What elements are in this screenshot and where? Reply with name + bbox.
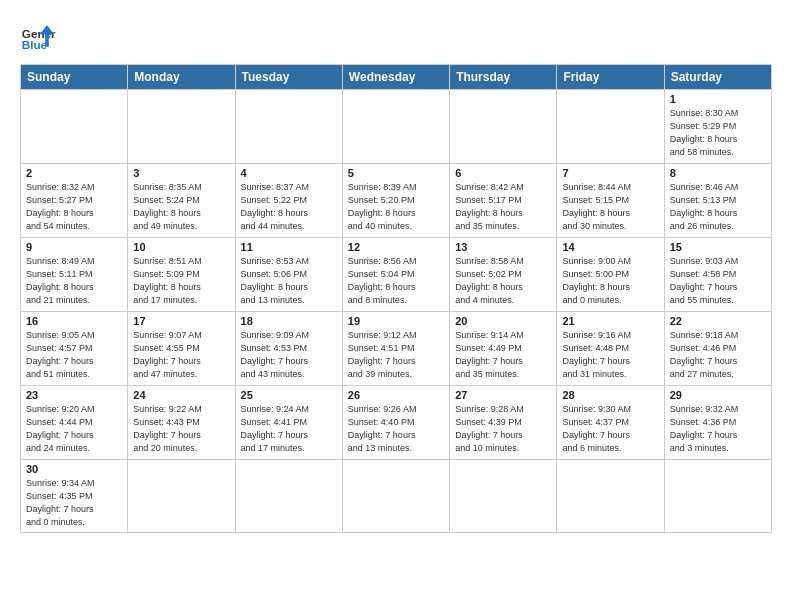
calendar-cell: 9Sunrise: 8:49 AM Sunset: 5:11 PM Daylig… [21,238,128,312]
calendar-cell: 14Sunrise: 9:00 AM Sunset: 5:00 PM Dayli… [557,238,664,312]
day-number: 11 [241,241,337,253]
day-info: Sunrise: 8:30 AM Sunset: 5:29 PM Dayligh… [670,107,766,159]
calendar-cell: 15Sunrise: 9:03 AM Sunset: 4:58 PM Dayli… [664,238,771,312]
calendar-cell: 10Sunrise: 8:51 AM Sunset: 5:09 PM Dayli… [128,238,235,312]
day-number: 12 [348,241,444,253]
day-number: 8 [670,167,766,179]
day-number: 25 [241,389,337,401]
day-number: 10 [133,241,229,253]
day-info: Sunrise: 9:24 AM Sunset: 4:41 PM Dayligh… [241,403,337,455]
logo: General Blue [20,18,56,54]
calendar-cell: 7Sunrise: 8:44 AM Sunset: 5:15 PM Daylig… [557,164,664,238]
calendar-cell: 12Sunrise: 8:56 AM Sunset: 5:04 PM Dayli… [342,238,449,312]
day-number: 21 [562,315,658,327]
day-info: Sunrise: 9:32 AM Sunset: 4:36 PM Dayligh… [670,403,766,455]
calendar-cell [235,460,342,533]
calendar-cell: 23Sunrise: 9:20 AM Sunset: 4:44 PM Dayli… [21,386,128,460]
day-number: 13 [455,241,551,253]
calendar-cell: 30Sunrise: 9:34 AM Sunset: 4:35 PM Dayli… [21,460,128,533]
day-number: 7 [562,167,658,179]
calendar-week-5: 30Sunrise: 9:34 AM Sunset: 4:35 PM Dayli… [21,460,772,533]
day-header-row: SundayMondayTuesdayWednesdayThursdayFrid… [21,65,772,90]
day-number: 30 [26,463,122,475]
day-info: Sunrise: 8:37 AM Sunset: 5:22 PM Dayligh… [241,181,337,233]
day-info: Sunrise: 9:14 AM Sunset: 4:49 PM Dayligh… [455,329,551,381]
day-header-wednesday: Wednesday [342,65,449,90]
day-info: Sunrise: 9:03 AM Sunset: 4:58 PM Dayligh… [670,255,766,307]
day-number: 2 [26,167,122,179]
day-info: Sunrise: 8:51 AM Sunset: 5:09 PM Dayligh… [133,255,229,307]
day-info: Sunrise: 9:34 AM Sunset: 4:35 PM Dayligh… [26,477,122,529]
day-number: 14 [562,241,658,253]
calendar-cell: 19Sunrise: 9:12 AM Sunset: 4:51 PM Dayli… [342,312,449,386]
calendar-cell [450,460,557,533]
day-header-thursday: Thursday [450,65,557,90]
day-info: Sunrise: 8:53 AM Sunset: 5:06 PM Dayligh… [241,255,337,307]
day-number: 26 [348,389,444,401]
day-info: Sunrise: 9:30 AM Sunset: 4:37 PM Dayligh… [562,403,658,455]
calendar-week-2: 9Sunrise: 8:49 AM Sunset: 5:11 PM Daylig… [21,238,772,312]
day-info: Sunrise: 8:32 AM Sunset: 5:27 PM Dayligh… [26,181,122,233]
calendar-cell: 28Sunrise: 9:30 AM Sunset: 4:37 PM Dayli… [557,386,664,460]
calendar-body: 1Sunrise: 8:30 AM Sunset: 5:29 PM Daylig… [21,90,772,533]
day-info: Sunrise: 8:49 AM Sunset: 5:11 PM Dayligh… [26,255,122,307]
day-info: Sunrise: 9:12 AM Sunset: 4:51 PM Dayligh… [348,329,444,381]
day-info: Sunrise: 8:35 AM Sunset: 5:24 PM Dayligh… [133,181,229,233]
day-info: Sunrise: 9:20 AM Sunset: 4:44 PM Dayligh… [26,403,122,455]
day-info: Sunrise: 9:07 AM Sunset: 4:55 PM Dayligh… [133,329,229,381]
day-header-friday: Friday [557,65,664,90]
calendar-cell [342,460,449,533]
day-number: 20 [455,315,551,327]
day-number: 18 [241,315,337,327]
day-info: Sunrise: 8:46 AM Sunset: 5:13 PM Dayligh… [670,181,766,233]
day-info: Sunrise: 8:56 AM Sunset: 5:04 PM Dayligh… [348,255,444,307]
calendar-cell: 2Sunrise: 8:32 AM Sunset: 5:27 PM Daylig… [21,164,128,238]
calendar-cell [342,90,449,164]
calendar-cell: 5Sunrise: 8:39 AM Sunset: 5:20 PM Daylig… [342,164,449,238]
calendar-cell: 18Sunrise: 9:09 AM Sunset: 4:53 PM Dayli… [235,312,342,386]
calendar-cell: 20Sunrise: 9:14 AM Sunset: 4:49 PM Dayli… [450,312,557,386]
calendar-cell: 1Sunrise: 8:30 AM Sunset: 5:29 PM Daylig… [664,90,771,164]
day-info: Sunrise: 8:42 AM Sunset: 5:17 PM Dayligh… [455,181,551,233]
day-number: 24 [133,389,229,401]
day-number: 28 [562,389,658,401]
calendar-cell [450,90,557,164]
calendar-week-0: 1Sunrise: 8:30 AM Sunset: 5:29 PM Daylig… [21,90,772,164]
day-number: 3 [133,167,229,179]
calendar-cell: 26Sunrise: 9:26 AM Sunset: 4:40 PM Dayli… [342,386,449,460]
day-info: Sunrise: 8:39 AM Sunset: 5:20 PM Dayligh… [348,181,444,233]
day-number: 22 [670,315,766,327]
calendar-week-4: 23Sunrise: 9:20 AM Sunset: 4:44 PM Dayli… [21,386,772,460]
svg-text:Blue: Blue [22,38,48,51]
day-number: 5 [348,167,444,179]
calendar-cell: 6Sunrise: 8:42 AM Sunset: 5:17 PM Daylig… [450,164,557,238]
calendar-cell: 29Sunrise: 9:32 AM Sunset: 4:36 PM Dayli… [664,386,771,460]
day-header-tuesday: Tuesday [235,65,342,90]
day-info: Sunrise: 9:09 AM Sunset: 4:53 PM Dayligh… [241,329,337,381]
page: General Blue SundayMondayTuesdayWednesda… [0,0,792,543]
calendar-week-3: 16Sunrise: 9:05 AM Sunset: 4:57 PM Dayli… [21,312,772,386]
day-info: Sunrise: 9:00 AM Sunset: 5:00 PM Dayligh… [562,255,658,307]
day-info: Sunrise: 8:58 AM Sunset: 5:02 PM Dayligh… [455,255,551,307]
calendar-table: SundayMondayTuesdayWednesdayThursdayFrid… [20,64,772,533]
day-info: Sunrise: 9:18 AM Sunset: 4:46 PM Dayligh… [670,329,766,381]
calendar-cell [557,90,664,164]
calendar-cell: 17Sunrise: 9:07 AM Sunset: 4:55 PM Dayli… [128,312,235,386]
day-header-sunday: Sunday [21,65,128,90]
day-number: 29 [670,389,766,401]
calendar-cell: 8Sunrise: 8:46 AM Sunset: 5:13 PM Daylig… [664,164,771,238]
day-number: 23 [26,389,122,401]
calendar-cell: 21Sunrise: 9:16 AM Sunset: 4:48 PM Dayli… [557,312,664,386]
day-number: 16 [26,315,122,327]
calendar-cell: 3Sunrise: 8:35 AM Sunset: 5:24 PM Daylig… [128,164,235,238]
day-number: 6 [455,167,551,179]
day-header-monday: Monday [128,65,235,90]
header: General Blue [20,18,772,54]
calendar-cell: 27Sunrise: 9:28 AM Sunset: 4:39 PM Dayli… [450,386,557,460]
day-number: 27 [455,389,551,401]
calendar-cell [128,90,235,164]
calendar-cell [557,460,664,533]
day-info: Sunrise: 9:28 AM Sunset: 4:39 PM Dayligh… [455,403,551,455]
calendar-cell: 13Sunrise: 8:58 AM Sunset: 5:02 PM Dayli… [450,238,557,312]
logo-icon: General Blue [20,18,56,54]
